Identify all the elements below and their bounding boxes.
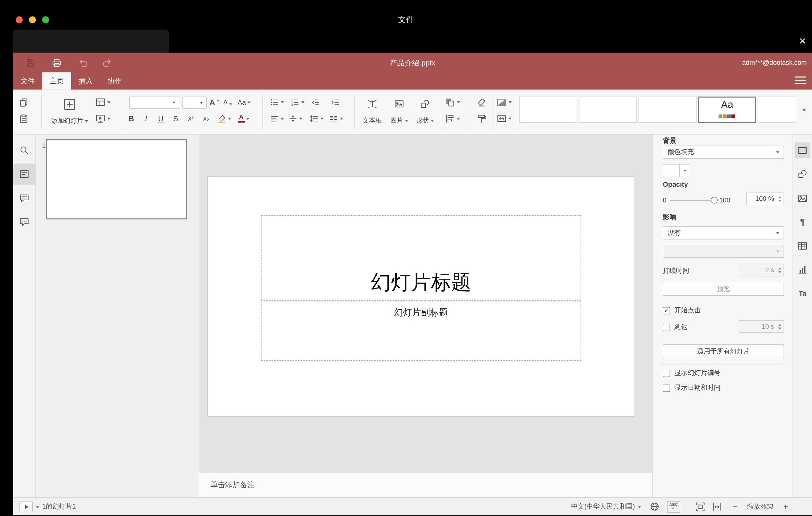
textart-settings-button[interactable]: Ta <box>799 289 806 297</box>
preview-button[interactable]: 预览 <box>663 283 784 296</box>
subscript-button[interactable]: x₂ <box>203 115 209 122</box>
globe-icon[interactable] <box>650 501 660 511</box>
tab-file[interactable]: 文件 <box>13 72 42 89</box>
spinner-up-icon[interactable] <box>778 324 781 326</box>
chevron-down-icon[interactable] <box>638 506 641 508</box>
opacity-input[interactable]: 100 % <box>746 193 784 205</box>
slides-panel-button[interactable] <box>19 169 30 179</box>
show-slide-number-checkbox[interactable] <box>663 369 670 377</box>
spell-check-button[interactable]: ABC ✓ <box>667 501 680 513</box>
strikeout-button[interactable]: S <box>173 114 178 123</box>
superscript-button[interactable]: x² <box>188 115 194 122</box>
show-date-time-checkbox[interactable] <box>663 384 670 392</box>
effect-type-select[interactable] <box>663 245 784 258</box>
insert-image-button[interactable]: 图片 <box>387 92 411 132</box>
delay-input[interactable]: 10 s <box>738 320 784 333</box>
align-shape-button[interactable] <box>445 113 460 124</box>
start-preview-button[interactable] <box>95 113 111 124</box>
close-icon[interactable]: × <box>795 34 810 49</box>
insert-textbox-button[interactable]: 文本框 <box>359 92 385 132</box>
arrange-shape-button[interactable] <box>445 97 460 107</box>
tab-home[interactable]: 主页 <box>42 72 71 89</box>
editor-canvas[interactable]: 幻灯片标题 幻灯片副标题 <box>199 135 652 472</box>
slide-settings-button[interactable] <box>797 145 808 155</box>
comments-button[interactable] <box>19 193 30 204</box>
fit-to-width-icon[interactable] <box>712 501 722 512</box>
font-size-select[interactable] <box>182 96 207 109</box>
shape-settings-button[interactable] <box>797 169 808 179</box>
decrease-indent-button[interactable] <box>311 97 320 107</box>
color-picker-dropdown[interactable] <box>680 164 690 177</box>
horizontal-align-button[interactable] <box>270 114 284 123</box>
zoom-in-button[interactable]: + <box>780 502 791 511</box>
columns-button[interactable] <box>329 114 343 123</box>
bold-button[interactable]: B <box>129 114 134 123</box>
tab-collaboration[interactable]: 协作 <box>100 72 129 89</box>
notes-area[interactable]: 单击添加备注 <box>199 472 652 497</box>
increase-font-button[interactable]: A <box>209 98 220 107</box>
spinner-down-icon[interactable] <box>778 327 781 329</box>
start-slideshow-button[interactable] <box>20 501 33 512</box>
insert-shape-button[interactable]: 形状 <box>413 92 437 132</box>
paste-button[interactable] <box>19 114 29 123</box>
line-spacing-button[interactable] <box>309 114 323 123</box>
fit-to-slide-icon[interactable] <box>695 501 705 512</box>
copy-style-button[interactable] <box>476 113 487 124</box>
change-layout-button[interactable] <box>95 97 111 107</box>
paragraph-settings-button[interactable]: ¶ <box>800 217 805 227</box>
theme-gallery-expand-button[interactable] <box>796 96 811 123</box>
numbering-button[interactable]: 123 <box>290 97 304 107</box>
chart-settings-button[interactable] <box>797 264 808 275</box>
subtitle-placeholder[interactable]: 幻灯片副标题 <box>261 302 581 361</box>
spinner-down-icon[interactable] <box>778 200 781 202</box>
background-fill-select[interactable]: 颜色填充 <box>663 146 784 159</box>
slide-background-button[interactable] <box>496 97 512 107</box>
theme-thumbnail-2[interactable] <box>579 96 637 123</box>
chevron-down-icon[interactable] <box>36 506 39 508</box>
font-color-button[interactable]: A <box>238 115 250 123</box>
opacity-slider-knob[interactable] <box>711 197 718 203</box>
vertical-align-button[interactable] <box>288 114 302 123</box>
clear-style-button[interactable] <box>476 97 487 107</box>
theme-thumbnail-selected[interactable]: Aa <box>698 96 756 123</box>
spinner-up-icon[interactable] <box>778 196 781 198</box>
table-settings-button[interactable] <box>797 240 808 251</box>
effect-select[interactable]: 没有 <box>663 226 784 239</box>
search-button[interactable] <box>19 145 30 155</box>
highlight-color-button[interactable] <box>217 114 231 123</box>
duration-input[interactable]: 2 s <box>738 264 784 277</box>
language-selector[interactable]: 中文(中华人民共和国) <box>571 502 635 511</box>
spinner-down-icon[interactable] <box>778 271 781 273</box>
start-on-click-checkbox[interactable]: ✓ <box>663 307 670 314</box>
add-slide-button[interactable]: 添加幻灯片 <box>44 92 95 132</box>
background-color-picker[interactable] <box>663 164 690 177</box>
copy-button[interactable] <box>19 97 29 107</box>
slide-size-button[interactable] <box>496 113 512 124</box>
theme-thumbnail-5[interactable] <box>758 96 796 123</box>
decrease-font-button[interactable]: A <box>223 99 232 106</box>
slide-thumbnail[interactable] <box>46 139 187 220</box>
apply-to-all-slides-button[interactable]: 适用于所有幻灯片 <box>663 344 784 358</box>
spinner-arrows[interactable] <box>778 193 781 205</box>
spinner-up-icon[interactable] <box>778 267 781 269</box>
text-box-label: 文本框 <box>363 116 382 125</box>
spinner-arrows[interactable] <box>778 321 781 333</box>
zoom-out-button[interactable]: − <box>730 502 740 511</box>
spinner-arrows[interactable] <box>778 264 781 276</box>
font-name-select[interactable] <box>129 96 179 109</box>
theme-thumbnail-1[interactable] <box>519 96 577 123</box>
hamburger-menu-icon[interactable] <box>795 77 807 84</box>
delay-checkbox[interactable] <box>663 324 670 331</box>
theme-thumbnail-3[interactable] <box>639 96 697 123</box>
underline-button[interactable]: U <box>158 114 164 123</box>
chat-button[interactable] <box>19 217 30 227</box>
slide[interactable]: 幻灯片标题 幻灯片副标题 <box>208 177 634 416</box>
tab-insert[interactable]: 插入 <box>71 72 100 89</box>
bullets-button[interactable] <box>270 97 284 107</box>
italic-button[interactable]: I <box>145 114 147 123</box>
title-placeholder[interactable]: 幻灯片标题 <box>261 215 581 300</box>
increase-indent-button[interactable] <box>330 97 340 107</box>
change-case-button[interactable]: Aa <box>237 98 251 107</box>
image-settings-button[interactable] <box>797 193 808 204</box>
opacity-slider-track[interactable] <box>670 200 714 201</box>
